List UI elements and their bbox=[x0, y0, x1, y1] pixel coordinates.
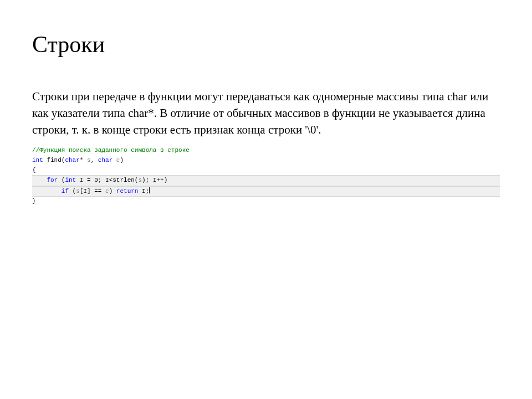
code-comment: //Функция поиска заданного символа в стр… bbox=[32, 147, 190, 154]
code-line-if: if (s[I] == c) return I; bbox=[32, 186, 500, 197]
code-snippet: //Функция поиска заданного символа в стр… bbox=[32, 146, 500, 207]
kw-if: if bbox=[62, 188, 69, 195]
kw-char: char bbox=[98, 157, 112, 163]
var-s: s bbox=[76, 188, 80, 195]
fn-name: find( bbox=[43, 157, 65, 163]
for-body-end: ); I++) bbox=[142, 177, 167, 183]
body-paragraph: Строки при передаче в функции могут пере… bbox=[32, 89, 500, 138]
comma: , bbox=[91, 157, 98, 163]
kw-for: for bbox=[47, 177, 58, 183]
brace-open: { bbox=[32, 167, 36, 173]
kw-char: char bbox=[65, 157, 79, 163]
text-cursor-icon bbox=[149, 187, 150, 193]
code-line-comment: //Функция поиска заданного символа в стр… bbox=[32, 146, 500, 156]
kw-return: return bbox=[116, 188, 139, 195]
if-body: [I] == bbox=[80, 188, 105, 195]
indent bbox=[32, 177, 47, 183]
page-title: Строки bbox=[32, 31, 500, 58]
var-s: s bbox=[87, 157, 91, 163]
indent bbox=[32, 188, 62, 195]
for-body: I = 0; I<strlen( bbox=[76, 177, 138, 183]
if-body-close: ) bbox=[109, 188, 116, 195]
if-open: ( bbox=[69, 188, 76, 195]
close-paren: ) bbox=[120, 157, 124, 163]
for-open: ( bbox=[58, 177, 65, 183]
code-line-brace-open: { bbox=[32, 166, 500, 176]
code-line-brace-close: } bbox=[32, 197, 500, 207]
kw-int: int bbox=[65, 177, 76, 183]
code-line-signature: int find(char* s, char c) bbox=[32, 156, 500, 166]
code-line-for: for (int I = 0; I<strlen(s); I++) bbox=[32, 175, 500, 186]
brace-close: } bbox=[32, 198, 36, 204]
return-body: I; bbox=[138, 188, 149, 195]
kw-int: int bbox=[32, 157, 43, 163]
var-c: c bbox=[105, 188, 109, 195]
star: * bbox=[80, 157, 87, 163]
space bbox=[112, 157, 116, 163]
